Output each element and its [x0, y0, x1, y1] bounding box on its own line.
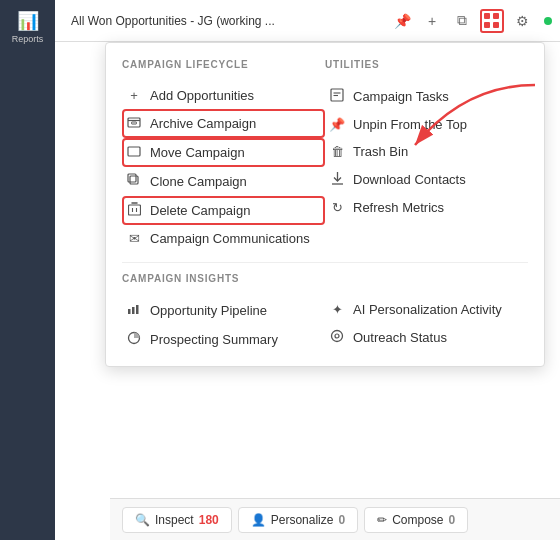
email-icon: ✉	[126, 231, 142, 246]
clone-campaign-item[interactable]: Clone Campaign	[122, 167, 325, 196]
chart-icon	[126, 302, 142, 319]
sidebar-reports[interactable]: 📊 Reports	[0, 4, 55, 52]
svg-rect-21	[132, 307, 135, 314]
unpin-item[interactable]: 📌 Unpin From the Top	[325, 111, 528, 138]
move-campaign-label: Move Campaign	[150, 145, 245, 160]
svg-rect-8	[128, 147, 140, 156]
insights-section: CAMPAIGN INSIGHTS Opportunity Pipeline P…	[106, 273, 544, 354]
grid-button[interactable]	[480, 9, 504, 33]
compose-label: Compose	[392, 513, 443, 527]
grid-icon	[483, 12, 501, 30]
delete-campaign-item[interactable]: Delete Campaign	[122, 196, 325, 225]
unpin-label: Unpin From the Top	[353, 117, 467, 132]
add-tab-button[interactable]: +	[420, 9, 444, 33]
svg-point-24	[332, 331, 343, 342]
utilities-header: UTILITIES	[325, 59, 528, 74]
download-contacts-item[interactable]: Download Contacts	[325, 165, 528, 194]
delete-icon	[126, 202, 142, 219]
outreach-icon	[329, 329, 345, 346]
prospecting-summary-label: Prospecting Summary	[150, 332, 278, 347]
archive-campaign-label: Archive Campaign	[150, 116, 256, 131]
archive-icon	[126, 115, 142, 132]
tab-label: All Won Opportunities - JG (working ...	[63, 14, 390, 28]
plus-icon: +	[126, 88, 142, 103]
personalize-button[interactable]: 👤 Personalize 0	[238, 507, 358, 533]
svg-rect-11	[128, 205, 140, 215]
utilities-section: UTILITIES Campaign Tasks 📌 Unpin From th…	[325, 59, 544, 252]
svg-rect-3	[493, 22, 499, 28]
main-content: All Won Opportunities - JG (working ... …	[55, 0, 560, 540]
insights-header: CAMPAIGN INSIGHTS	[122, 273, 528, 288]
settings-button[interactable]: ⚙	[510, 9, 534, 33]
opportunity-pipeline-item[interactable]: Opportunity Pipeline	[122, 296, 325, 325]
svg-rect-1	[493, 13, 499, 19]
inspect-button[interactable]: 🔍 Inspect 180	[122, 507, 232, 533]
archive-campaign-item[interactable]: Archive Campaign	[122, 109, 325, 138]
refresh-metrics-item[interactable]: ↻ Refresh Metrics	[325, 194, 528, 221]
unpin-icon: 📌	[329, 117, 345, 132]
section-divider	[122, 262, 528, 263]
move-campaign-item[interactable]: Move Campaign	[122, 138, 325, 167]
bottom-bar: 🔍 Inspect 180 👤 Personalize 0 ✏ Compose …	[110, 498, 560, 540]
svg-rect-22	[136, 305, 139, 314]
svg-rect-0	[484, 13, 490, 19]
clone-campaign-label: Clone Campaign	[150, 174, 247, 189]
campaign-tasks-item[interactable]: Campaign Tasks	[325, 82, 528, 111]
svg-rect-7	[132, 122, 137, 124]
inspect-label: Inspect	[155, 513, 194, 527]
svg-rect-9	[130, 176, 138, 184]
lifecycle-section: CAMPAIGN LIFECYCLE + Add Opportunities A…	[106, 59, 325, 252]
copy-button[interactable]: ⧉	[450, 9, 474, 33]
opportunity-pipeline-label: Opportunity Pipeline	[150, 303, 267, 318]
personalize-label: Personalize	[271, 513, 334, 527]
trash-bin-item[interactable]: 🗑 Trash Bin	[325, 138, 528, 165]
insights-right: ✦ AI Personalization Activity Outreach S…	[325, 296, 528, 354]
inspect-search-icon: 🔍	[135, 513, 150, 527]
compose-icon: ✏	[377, 513, 387, 527]
ai-personalization-label: AI Personalization Activity	[353, 302, 502, 317]
compose-count: 0	[448, 513, 455, 527]
refresh-icon: ↻	[329, 200, 345, 215]
dropdown-menu: CAMPAIGN LIFECYCLE + Add Opportunities A…	[105, 42, 545, 367]
ai-personalization-item[interactable]: ✦ AI Personalization Activity	[325, 296, 528, 323]
pin-button[interactable]: 📌	[390, 9, 414, 33]
campaign-communications-label: Campaign Communications	[150, 231, 310, 246]
outreach-status-label: Outreach Status	[353, 330, 447, 345]
personalize-count: 0	[338, 513, 345, 527]
tasks-icon	[329, 88, 345, 105]
insights-items: Opportunity Pipeline Prospecting Summary…	[122, 296, 528, 354]
campaign-communications-item[interactable]: ✉ Campaign Communications	[122, 225, 325, 252]
ai-icon: ✦	[329, 302, 345, 317]
insights-left: Opportunity Pipeline Prospecting Summary	[122, 296, 325, 354]
add-opportunities-item[interactable]: + Add Opportunities	[122, 82, 325, 109]
sidebar: 📊 Reports	[0, 0, 55, 540]
status-dot	[544, 17, 552, 25]
add-opportunities-label: Add Opportunities	[150, 88, 254, 103]
move-icon	[126, 144, 142, 161]
lifecycle-header: CAMPAIGN LIFECYCLE	[122, 59, 325, 74]
outreach-status-item[interactable]: Outreach Status	[325, 323, 528, 352]
prospecting-summary-item[interactable]: Prospecting Summary	[122, 325, 325, 354]
svg-point-25	[335, 334, 339, 338]
delete-campaign-label: Delete Campaign	[150, 203, 250, 218]
download-contacts-label: Download Contacts	[353, 172, 466, 187]
tab-icons: 📌 + ⧉ ⚙	[390, 9, 552, 33]
circle-chart-icon	[126, 331, 142, 348]
personalize-icon: 👤	[251, 513, 266, 527]
top-bar: All Won Opportunities - JG (working ... …	[55, 0, 560, 42]
trash-icon: 🗑	[329, 144, 345, 159]
refresh-metrics-label: Refresh Metrics	[353, 200, 444, 215]
download-icon	[329, 171, 345, 188]
compose-button[interactable]: ✏ Compose 0	[364, 507, 468, 533]
campaign-tasks-label: Campaign Tasks	[353, 89, 449, 104]
trash-bin-label: Trash Bin	[353, 144, 408, 159]
top-sections: CAMPAIGN LIFECYCLE + Add Opportunities A…	[106, 59, 544, 252]
svg-rect-10	[128, 174, 136, 182]
svg-rect-20	[128, 309, 131, 314]
inspect-count: 180	[199, 513, 219, 527]
clone-icon	[126, 173, 142, 190]
svg-rect-2	[484, 22, 490, 28]
